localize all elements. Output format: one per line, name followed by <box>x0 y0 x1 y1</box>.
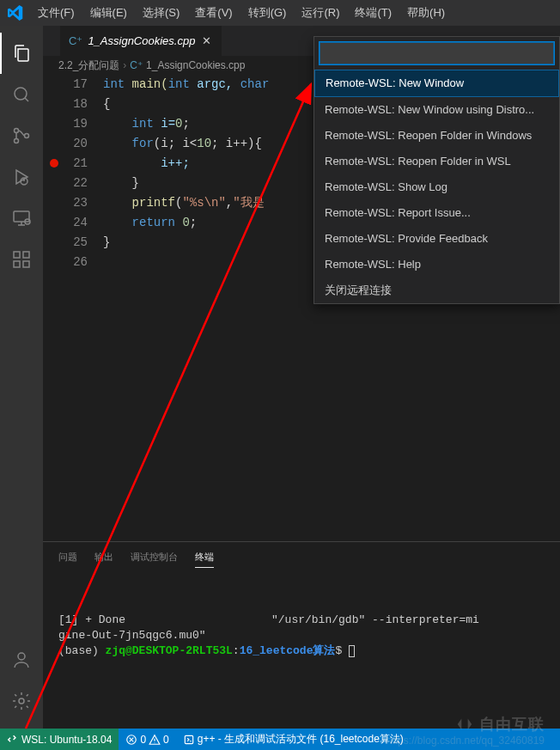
explorer-icon[interactable] <box>0 33 43 74</box>
svg-point-3 <box>25 134 29 138</box>
close-icon[interactable]: ✕ <box>200 34 213 47</box>
source-control-icon[interactable] <box>0 115 43 156</box>
svg-rect-7 <box>14 252 20 258</box>
qp-remote-show-log[interactable]: Remote-WSL: Show Log <box>314 174 559 200</box>
menu-bar: 文件(F) 编辑(E) 选择(S) 查看(V) 转到(G) 运行(R) 终端(T… <box>30 0 453 26</box>
menu-run[interactable]: 运行(R) <box>294 0 347 26</box>
activity-bar <box>0 26 43 729</box>
qp-remote-help[interactable]: Remote-WSL: Help <box>314 252 559 277</box>
terminal-content[interactable]: [1] + Done"/usr/bin/gdb" --interpreter=m… <box>43 568 560 669</box>
qp-remote-reopen-windows[interactable]: Remote-WSL: Reopen Folder in Windows <box>314 123 559 149</box>
command-palette: Remote-WSL: New Window Remote-WSL: New W… <box>313 36 560 304</box>
svg-point-2 <box>15 139 19 143</box>
qp-remote-new-window[interactable]: Remote-WSL: New Window <box>314 70 559 97</box>
menu-go[interactable]: 转到(G) <box>240 0 295 26</box>
svg-rect-5 <box>14 211 29 222</box>
extensions-icon[interactable] <box>0 239 43 280</box>
line-gutter: 17 18 19 20 21 22 23 24 25 26 <box>43 75 103 541</box>
panel-tab-terminal[interactable]: 终端 <box>195 547 214 568</box>
menu-terminal[interactable]: 终端(T) <box>347 0 399 26</box>
cpp-file-icon: C⁺ <box>130 59 143 71</box>
breakpoint-icon[interactable] <box>50 159 58 168</box>
search-icon[interactable] <box>0 74 43 115</box>
tab-label: 1_AssignCookies.cpp <box>88 34 195 47</box>
watermark-brand: 自由互联 <box>455 714 545 735</box>
breadcrumb-file[interactable]: 1_AssignCookies.cpp <box>146 59 245 71</box>
svg-point-12 <box>19 698 24 704</box>
svg-point-11 <box>18 653 25 660</box>
svg-point-1 <box>15 129 19 133</box>
panel-tab-debug-console[interactable]: 调试控制台 <box>131 547 178 568</box>
panel-tabs: 问题 输出 调试控制台 终端 <box>43 542 560 568</box>
command-palette-input[interactable] <box>320 42 554 64</box>
qp-remote-report-issue[interactable]: Remote-WSL: Report Issue... <box>314 200 559 226</box>
tab-assign-cookies[interactable]: C⁺ 1_AssignCookies.cpp ✕ <box>60 26 222 56</box>
panel-tab-output[interactable]: 输出 <box>94 547 113 568</box>
qp-remote-new-window-distro[interactable]: Remote-WSL: New Window using Distro... <box>314 97 559 123</box>
menu-edit[interactable]: 编辑(E) <box>82 0 135 26</box>
menu-file[interactable]: 文件(F) <box>30 0 82 26</box>
cpp-file-icon: C⁺ <box>69 34 82 47</box>
remote-explorer-icon[interactable] <box>0 198 43 239</box>
bottom-panel: 问题 输出 调试控制台 终端 [1] + Done"/usr/bin/gdb" … <box>43 541 560 729</box>
status-build-task[interactable]: g++ - 生成和调试活动文件 (16_leetcode算法) <box>176 729 411 750</box>
chevron-right-icon: › <box>123 59 126 71</box>
qp-remote-reopen-wsl[interactable]: Remote-WSL: Reopen Folder in WSL <box>314 149 559 174</box>
panel-tab-problems[interactable]: 问题 <box>58 547 77 568</box>
qp-remote-feedback[interactable]: Remote-WSL: Provide Feedback <box>314 226 559 252</box>
settings-gear-icon[interactable] <box>0 680 43 722</box>
watermark-url: https://blog.csdn.net/qq_32460819 <box>387 735 545 747</box>
menu-help[interactable]: 帮助(H) <box>399 0 453 26</box>
account-icon[interactable] <box>0 639 43 680</box>
svg-rect-10 <box>23 252 29 258</box>
breadcrumb-folder[interactable]: 2.2_分配问题 <box>58 58 119 73</box>
qp-close-remote[interactable]: 关闭远程连接 <box>314 277 559 303</box>
title-bar: 文件(F) 编辑(E) 选择(S) 查看(V) 转到(G) 运行(R) 终端(T… <box>0 0 560 26</box>
status-problems[interactable]: 0 0 <box>119 729 175 750</box>
vscode-logo-icon <box>0 5 30 21</box>
run-debug-icon[interactable] <box>0 156 43 198</box>
menu-selection[interactable]: 选择(S) <box>135 0 187 26</box>
terminal-cursor <box>349 645 355 657</box>
svg-point-0 <box>15 88 27 100</box>
svg-rect-8 <box>14 261 20 267</box>
svg-rect-9 <box>23 261 29 267</box>
menu-view[interactable]: 查看(V) <box>187 0 240 26</box>
status-remote[interactable]: WSL: Ubuntu-18.04 <box>0 729 119 750</box>
